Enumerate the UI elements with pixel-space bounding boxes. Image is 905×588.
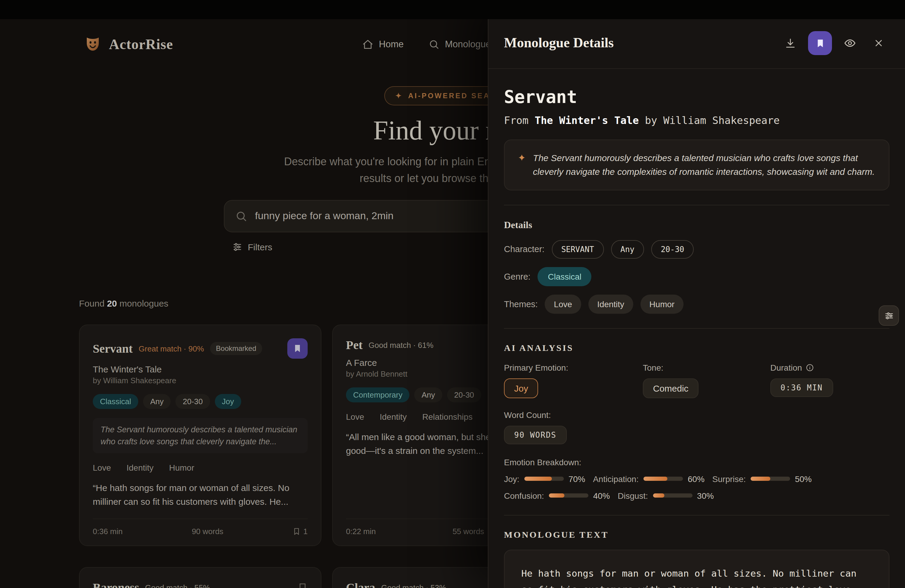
side-settings-button[interactable] <box>879 305 899 326</box>
bookmark-button[interactable] <box>297 583 308 588</box>
theme: Identity <box>380 412 407 421</box>
card-duration: 0:36 min <box>93 527 123 536</box>
bar-track <box>643 477 683 481</box>
card-title: Clara <box>346 581 375 588</box>
primary-emotion-pill: Joy <box>504 378 538 398</box>
bookmark-icon <box>293 344 302 353</box>
card-title: Pet <box>346 338 363 352</box>
emotion-bar-disgust: Disgust: 30% <box>618 491 714 500</box>
duration-pill: 0:36 MIN <box>770 378 833 397</box>
divider <box>504 515 889 515</box>
tag: Any <box>414 388 442 402</box>
theme: Love <box>93 463 111 472</box>
app-root: ActorRise Home Monologues ✦ <box>0 0 905 588</box>
card-title: Servant <box>93 342 133 355</box>
brand[interactable]: ActorRise <box>84 35 173 53</box>
duration-col: Duration 0:36 MIN <box>770 362 889 398</box>
details-heading: Details <box>504 219 889 230</box>
found-prefix: Found <box>79 298 105 308</box>
nav-home-label: Home <box>379 39 404 50</box>
emotion-bar-surprise: Surprise: 50% <box>712 474 811 483</box>
ai-analysis-heading: AI ANALYSIS <box>504 343 889 353</box>
bar-track <box>751 477 790 481</box>
character-row: Character: SERVANT Any 20-30 <box>504 240 889 258</box>
tone-label: Tone: <box>643 362 770 372</box>
close-button[interactable] <box>868 32 889 54</box>
card-head: Servant Great match · 90% Bookmarked <box>93 338 308 359</box>
card-tags: Classical Any 20-30 Joy <box>93 394 308 409</box>
sparkle-icon: ✦ <box>395 92 403 100</box>
ai-summary-text: The Servant humorously describes a talen… <box>533 151 876 179</box>
match-badge: Great match · 90% <box>138 344 204 353</box>
divider <box>504 205 889 205</box>
tone-col: Tone: Comedic <box>643 362 770 398</box>
monologue-card-baroness[interactable]: Baroness Good match · 55% <box>79 567 321 588</box>
character-label: Character: <box>504 244 545 254</box>
byline-source: The Winter's Tale <box>535 114 639 126</box>
emotion-bar-confusion: Confusion: 40% <box>504 491 610 500</box>
drawer-body: Servant From The Winter's Tale by Willia… <box>488 69 905 588</box>
emotion-breakdown-label: Emotion Breakdown: <box>504 457 889 467</box>
tag: Contemporary <box>346 388 410 402</box>
download-button[interactable] <box>779 32 801 54</box>
card-quote: “He hath songs for man or woman of all s… <box>93 482 308 509</box>
word-count-pill: 90 WORDS <box>504 426 567 444</box>
search-icon <box>235 210 247 222</box>
byline-author: by William Shakespeare <box>645 114 780 126</box>
found-count: 20 <box>107 298 117 308</box>
word-count-label: Word Count: <box>504 410 889 420</box>
duration-label: Duration <box>770 362 889 372</box>
bookmark-icon <box>293 528 300 535</box>
card-head: Baroness Good match · 55% <box>93 581 308 588</box>
card-footer: 0:36 min 90 words 1 <box>93 518 308 536</box>
bookmarked-badge: Bookmarked <box>210 342 262 355</box>
bookmark-button[interactable] <box>808 31 832 55</box>
card-themes: Love Identity Humor <box>93 463 308 472</box>
card-ai-summary: The Servant humorously describes a talen… <box>93 418 308 453</box>
theme: Humor <box>169 463 194 472</box>
tag: Joy <box>214 394 241 409</box>
emotion-bar-joy: Joy: 70% <box>504 474 585 483</box>
bookmark-icon <box>815 38 825 48</box>
gender-pill: Any <box>611 240 644 258</box>
tag: Any <box>143 394 171 409</box>
card-duration: 0:22 min <box>346 527 376 536</box>
theme: Relationships <box>422 412 473 421</box>
analysis-grid: Primary Emotion: Joy Tone: Comedic Durat… <box>504 362 889 398</box>
eye-icon <box>844 37 856 49</box>
nav-monologues[interactable]: Monologues <box>429 39 495 50</box>
genre-pill: Classical <box>538 267 592 286</box>
search-icon <box>429 39 440 50</box>
age-pill: 20-30 <box>651 240 694 258</box>
theme: Identity <box>127 463 154 472</box>
match-badge: Good match · 53% <box>381 583 446 588</box>
preview-button[interactable] <box>839 32 861 54</box>
theme: Love <box>346 412 364 421</box>
filters-button[interactable]: Filters <box>224 242 272 252</box>
bar-track <box>549 493 588 497</box>
card-title: Baroness <box>93 581 139 588</box>
brand-name: ActorRise <box>109 36 173 52</box>
bar-track <box>653 493 692 497</box>
nav-links: Home Monologues <box>362 39 495 50</box>
bookmark-icon <box>297 583 308 588</box>
genre-label: Genre: <box>504 272 530 281</box>
byline-prefix: From <box>504 114 529 126</box>
match-badge: Good match · 55% <box>145 583 210 588</box>
found-suffix: monologues <box>119 298 168 308</box>
emotion-bars-row-1: Joy: 70% Anticipation: 60% Surprise: 50% <box>504 474 889 483</box>
bookmark-button[interactable] <box>287 338 308 359</box>
card-bookmark-count: 1 <box>293 527 308 536</box>
genre-row: Genre: Classical <box>504 267 889 286</box>
theater-mask-logo-icon <box>84 35 102 53</box>
theme-pill: Humor <box>640 294 684 313</box>
emotion-bar-anticipation: Anticipation: 60% <box>593 474 705 483</box>
sliders-icon <box>884 310 894 321</box>
drawer-actions <box>779 31 889 55</box>
monologue-text-heading: MONOLOGUE TEXT <box>504 530 889 540</box>
monologue-card-servant[interactable]: Servant Great match · 90% Bookmarked The… <box>79 324 321 546</box>
nav-home[interactable]: Home <box>362 39 404 50</box>
results-count: Found 20 monologues <box>79 298 168 308</box>
emotion-bars-row-2: Confusion: 40% Disgust: 30% <box>504 491 889 500</box>
theme-pill: Love <box>545 294 581 313</box>
